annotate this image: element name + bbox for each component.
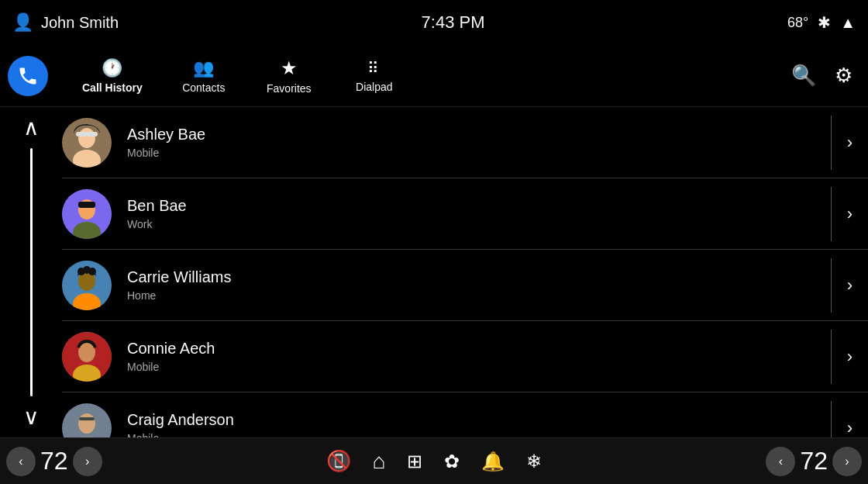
main-content: ∧ ∨ Ashley Bae Mobile [0,107,868,437]
left-chevron-icon: ‹ [19,455,22,468]
list-item[interactable]: Craig Anderson Mobile › [62,392,868,437]
left-temp-value: 72 [40,447,68,475]
phone-button[interactable] [8,56,48,96]
svg-point-13 [83,266,91,274]
contact-name: Connie Aech [127,340,815,358]
call-history-label: Call History [82,81,143,94]
tab-dialpad[interactable]: ⠿ Dialpad [332,53,417,99]
nav-right-actions: 🔍 ⚙ [791,64,860,88]
scroll-down-arrow[interactable]: ∨ [23,404,40,430]
scroll-up-arrow[interactable]: ∧ [23,115,40,140]
status-right: 68° ✱ ▲ [787,13,856,32]
contact-info: Connie Aech Mobile [127,340,815,373]
home-icon[interactable]: ⌂ [373,449,386,474]
ben-avatar-image [62,189,112,239]
ashley-avatar-image [62,118,112,168]
grid-icon[interactable]: ⊞ [407,451,422,472]
contact-name: Carrie Williams [127,268,815,286]
divider [831,116,832,170]
user-name: John Smith [41,14,119,32]
contact-type: Mobile [127,432,815,437]
status-left: 👤 John Smith [12,12,119,33]
left-temp-down-button[interactable]: ‹ [6,447,36,476]
left-temp-up-button[interactable]: › [73,447,102,476]
contact-info: Ashley Bae Mobile [127,126,815,159]
list-item[interactable]: Carrie Williams Home › [62,250,868,321]
contacts-icon: 👥 [193,58,214,78]
contact-type: Work [127,218,815,230]
avatar [62,261,112,310]
avatar [62,403,112,438]
contact-type: Mobile [127,361,815,373]
bluetooth-icon: ✱ [818,13,831,32]
chevron-right-icon[interactable]: › [847,133,852,153]
favorites-icon: ★ [281,57,298,79]
right-temp-value: 72 [800,447,828,475]
craig-avatar-image [62,403,112,438]
right-temp-down-button[interactable]: ‹ [766,447,795,476]
nav-bar: 🕐 Call History 👥 Contacts ★ Favorites ⠿ … [0,45,868,107]
call-history-icon: 🕐 [102,58,122,78]
contact-name: Ashley Bae [127,126,815,143]
contact-info: Carrie Williams Home [127,268,815,302]
mute-icon[interactable]: 📵 [326,449,351,473]
avatar [62,332,112,382]
svg-rect-3 [76,132,98,137]
bell-icon[interactable]: 🔔 [481,451,505,472]
contact-name: Craig Anderson [127,411,815,429]
scroll-sidebar: ∧ ∨ [0,107,62,437]
contact-type: Mobile [127,147,815,159]
contact-list: Ashley Bae Mobile › Ben Bae Work › [62,107,868,437]
tab-favorites[interactable]: ★ Favorites [246,51,332,101]
chevron-right-icon[interactable]: › [847,275,852,296]
svg-point-1 [78,128,95,148]
chevron-right-icon[interactable]: › [847,204,852,224]
contact-info: Ben Bae Work [127,197,815,230]
favorites-label: Favorites [267,82,312,95]
dialpad-icon: ⠿ [367,59,381,78]
right-chevron-icon-2: › [845,455,849,468]
right-temp-control: ‹ 72 › [766,447,862,476]
svg-rect-7 [78,202,95,208]
list-item[interactable]: Connie Aech Mobile › [62,321,868,392]
connie-avatar-image [62,332,112,382]
settings-button[interactable]: ⚙ [835,64,852,88]
left-chevron-icon-2: ‹ [779,455,783,468]
contact-info: Craig Anderson Mobile [127,411,815,437]
status-bar: 👤 John Smith 7:43 PM 68° ✱ ▲ [0,0,868,45]
divider [831,401,832,438]
contact-name: Ben Bae [127,197,815,215]
nav-tabs: 🕐 Call History 👥 Contacts ★ Favorites ⠿ … [64,51,791,101]
bottom-center-icons: 📵 ⌂ ⊞ ✿ 🔔 ❄ [326,449,542,474]
tab-contacts[interactable]: 👥 Contacts [161,52,246,100]
divider [831,330,832,384]
scroll-track [30,148,33,396]
status-time: 7:43 PM [422,12,485,33]
phone-icon [17,65,39,87]
contact-type: Home [127,289,815,302]
right-chevron-icon: › [85,455,89,468]
left-temp-control: ‹ 72 › [6,447,102,476]
avatar [62,118,112,168]
contacts-label: Contacts [182,81,225,94]
list-item[interactable]: Ben Bae Work › [62,178,868,250]
dialpad-label: Dialpad [356,81,392,93]
chevron-right-icon[interactable]: › [847,418,852,438]
svg-rect-20 [79,417,95,420]
tab-call-history[interactable]: 🕐 Call History [64,52,161,100]
chevron-right-icon[interactable]: › [847,347,852,367]
signal-icon: ▲ [840,14,856,32]
bottom-bar: ‹ 72 › 📵 ⌂ ⊞ ✿ 🔔 ❄ ‹ 72 › [0,437,868,484]
temperature-display: 68° [787,15,808,31]
person-icon: 👤 [12,12,33,33]
fan-icon[interactable]: ✿ [444,451,460,472]
divider [831,187,832,241]
list-item[interactable]: Ashley Bae Mobile › [62,107,868,178]
avatar [62,189,112,239]
search-button[interactable]: 🔍 [791,64,816,88]
ac-icon[interactable]: ❄ [526,451,542,472]
divider [831,258,832,313]
right-temp-up-button[interactable]: › [832,447,862,476]
carrie-avatar-image [62,261,112,310]
